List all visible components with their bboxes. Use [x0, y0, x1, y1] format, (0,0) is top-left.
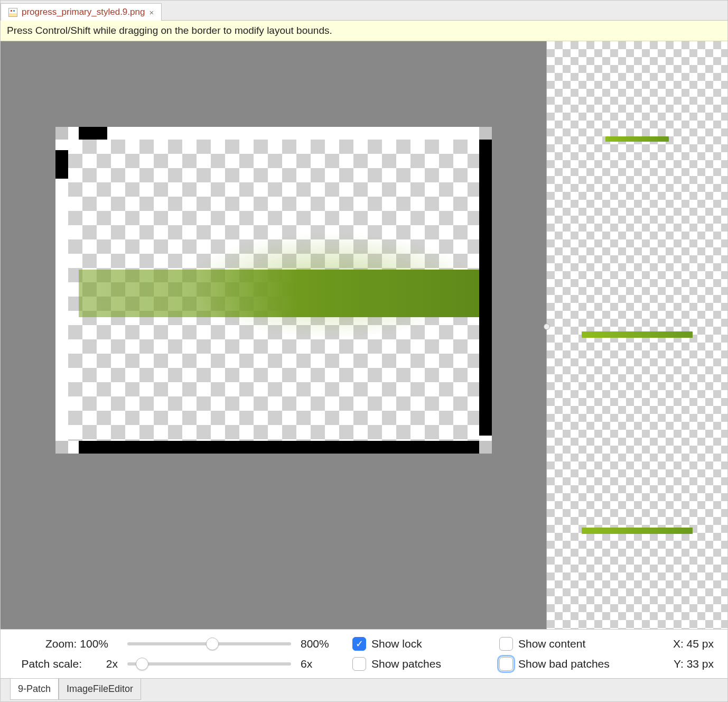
show-bad-patches-label: Show bad patches — [518, 658, 610, 670]
main-canvas[interactable] — [1, 41, 546, 629]
preview-panel — [546, 41, 727, 629]
show-content-checkbox[interactable] — [499, 637, 513, 651]
file-tab-label: progress_primary_styled.9.png — [22, 7, 145, 17]
show-content-label: Show content — [518, 638, 585, 650]
patch-min: 2x — [91, 658, 118, 670]
patch-scale-label: Patch scale: — [8, 658, 82, 670]
stretch-marker-top[interactable] — [79, 127, 107, 140]
preview-sample-small — [605, 136, 669, 142]
show-patches-label: Show patches — [371, 658, 441, 670]
file-tab[interactable]: progress_primary_styled.9.png × — [1, 3, 162, 21]
preview-sample-medium — [582, 331, 693, 338]
patch-max: 6x — [301, 658, 343, 670]
tab-9patch[interactable]: 9-Patch — [10, 679, 59, 700]
coord-y: Y: 33 px — [657, 658, 720, 670]
nine-patch-canvas[interactable] — [55, 127, 492, 454]
show-lock-label: Show lock — [371, 638, 422, 650]
progress-bar — [79, 270, 479, 317]
show-lock-checkbox[interactable]: ✓ — [352, 637, 366, 651]
corner-tl — [55, 127, 68, 140]
nine-patch-border-left[interactable] — [55, 140, 68, 441]
controls-panel: Zoom: 100% 800% ✓ Show lock Show content… — [1, 629, 727, 678]
hint-text: Press Control/Shift while dragging on th… — [7, 25, 332, 36]
corner-br — [479, 441, 492, 454]
zoom-max: 800% — [301, 638, 343, 650]
editor-area — [1, 41, 727, 629]
show-bad-patches-checkbox[interactable] — [499, 657, 513, 671]
show-patches-checkbox[interactable] — [352, 657, 366, 671]
corner-bl — [55, 441, 68, 454]
patch-scale-slider-thumb[interactable] — [136, 658, 148, 670]
zoom-slider-thumb[interactable] — [206, 638, 219, 650]
image-file-icon — [8, 8, 17, 17]
nine-patch-border-top[interactable] — [68, 127, 479, 140]
corner-tr — [479, 127, 492, 140]
preview-sample-large — [582, 528, 693, 534]
file-tab-bar: progress_primary_styled.9.png × — [1, 1, 727, 21]
patch-scale-slider[interactable] — [127, 662, 291, 666]
coord-x: X: 45 px — [657, 638, 720, 650]
splitter-handle[interactable] — [544, 324, 550, 330]
hint-bar: Press Control/Shift while dragging on th… — [1, 21, 727, 41]
stretch-marker-left[interactable] — [55, 150, 68, 179]
zoom-slider[interactable] — [127, 642, 291, 645]
close-icon[interactable]: × — [149, 8, 154, 17]
content-marker-right[interactable] — [479, 140, 492, 436]
zoom-label: Zoom: 100% — [8, 638, 108, 650]
content-marker-bottom[interactable] — [79, 441, 479, 454]
bottom-tab-bar: 9-Patch ImageFileEditor — [1, 678, 727, 701]
tab-image-file-editor[interactable]: ImageFileEditor — [59, 679, 141, 700]
